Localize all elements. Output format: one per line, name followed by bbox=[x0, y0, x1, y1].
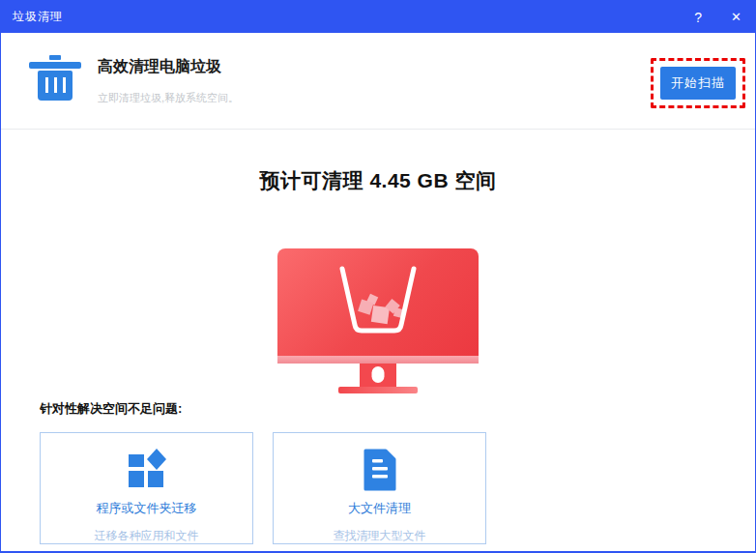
monitor-stand-hole bbox=[372, 366, 385, 383]
window-title: 垃圾清理 bbox=[13, 9, 665, 25]
action-cards: 程序或文件夹迁移 迁移各种应用和文件 大文件清理 查找清理大型文件 bbox=[40, 432, 486, 544]
card-subtitle: 迁移各种应用和文件 bbox=[41, 528, 252, 544]
garbage-cleanup-window: 垃圾清理 ? ✕ 高效清理电脑垃圾 立即清理垃圾,释放系统空间。 开始扫描 预计… bbox=[0, 0, 756, 553]
trash-icon-knob bbox=[49, 55, 61, 60]
annotation-highlight-box: 开始扫描 bbox=[651, 58, 745, 108]
monitor-illustration bbox=[277, 248, 479, 393]
document-icon bbox=[361, 449, 399, 491]
header-subtitle: 立即清理垃圾,释放系统空间。 bbox=[98, 91, 239, 105]
monitor-bezel bbox=[277, 356, 479, 364]
start-scan-button[interactable]: 开始扫描 bbox=[660, 67, 736, 100]
app-grid-icon bbox=[128, 449, 166, 491]
header-title: 高效清理电脑垃圾 bbox=[98, 57, 239, 77]
titlebar[interactable]: 垃圾清理 ? ✕ bbox=[1, 1, 755, 33]
card-title: 大文件清理 bbox=[274, 500, 485, 517]
cleanup-estimate-headline: 预计可清理 4.45 GB 空间 bbox=[1, 167, 755, 194]
section-label: 针对性解决空间不足问题: bbox=[40, 400, 182, 418]
help-icon[interactable]: ? bbox=[694, 11, 702, 24]
monitor-stand bbox=[360, 364, 396, 387]
header: 高效清理电脑垃圾 立即清理垃圾,释放系统空间。 开始扫描 bbox=[1, 33, 755, 130]
close-icon[interactable]: ✕ bbox=[731, 11, 741, 23]
header-text: 高效清理电脑垃圾 立即清理垃圾,释放系统空间。 bbox=[98, 57, 239, 105]
monitor-base bbox=[338, 387, 418, 393]
main-content: 预计可清理 4.45 GB 空间 bbox=[1, 130, 755, 552]
card-subtitle: 查找清理大型文件 bbox=[274, 528, 485, 544]
trash-icon-lid bbox=[29, 62, 81, 69]
card-app-migration[interactable]: 程序或文件夹迁移 迁移各种应用和文件 bbox=[40, 432, 253, 544]
card-title: 程序或文件夹迁移 bbox=[41, 500, 252, 517]
card-large-file-cleanup[interactable]: 大文件清理 查找清理大型文件 bbox=[273, 432, 486, 544]
monitor-screen bbox=[277, 248, 479, 356]
trash-icon bbox=[29, 55, 81, 101]
trash-bin-graphic bbox=[336, 266, 420, 337]
trash-icon-body bbox=[38, 71, 73, 101]
